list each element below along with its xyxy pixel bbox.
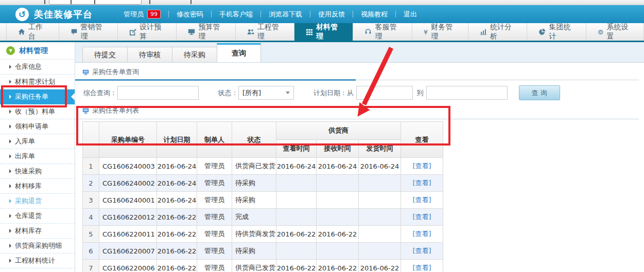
sidebar-item-warehouse-return[interactable]: 仓库退货: [0, 209, 75, 224]
search-button[interactable]: 查 询: [519, 85, 560, 100]
nav-item-finance[interactable]: ¥ 财务管理: [412, 23, 468, 41]
nav-item-label: 客服管理: [375, 23, 400, 41]
home-icon: [18, 28, 25, 35]
plan-date-to-input[interactable]: [426, 86, 508, 100]
cell-view-time: [276, 175, 317, 192]
triangle-icon: [9, 139, 11, 143]
row-number: 5: [83, 226, 99, 243]
tab-strip: 待提交 待审核 待采购 查询: [75, 42, 644, 63]
view-link[interactable]: [查看]: [412, 247, 431, 255]
users-icon: [247, 28, 254, 35]
nav-item-statistics[interactable]: 统计分析: [468, 23, 527, 41]
cell-plan-date: 2016-06-22: [157, 260, 197, 272]
view-link[interactable]: [查看]: [412, 162, 431, 170]
topbar-link-change-password[interactable]: 修改密码: [177, 10, 203, 19]
nav-item-group-stats[interactable]: 集团统计: [527, 23, 586, 41]
topbar-link-mobile-client[interactable]: 手机客户端: [219, 10, 253, 19]
row-number: 4: [83, 209, 99, 226]
table-row: 1 CG1606240003 2016-06-24 管理员 供货商已发货 201…: [83, 158, 443, 175]
cell-creator: 管理员: [197, 209, 232, 226]
plan-date-from-input[interactable]: [356, 86, 413, 100]
triangle-icon: [9, 95, 11, 99]
sidebar-item-material-stock[interactable]: 材料库存: [0, 224, 75, 239]
table-row: 3 CG1606240001 2016-06-24 管理员 待采购 [查看]: [83, 192, 443, 209]
grid-icon: [306, 28, 313, 35]
sidebar-header[interactable]: ▼ 材料管理: [0, 42, 75, 60]
sidebar-item-purchase-task[interactable]: 采购任务单: [0, 89, 75, 104]
view-link[interactable]: [查看]: [412, 213, 431, 221]
cell-ship-time: [359, 209, 401, 226]
row-number: 3: [83, 192, 99, 209]
cell-code: CG1606240003: [99, 158, 157, 175]
notification-badge[interactable]: 99: [147, 10, 161, 19]
sidebar-item-warehouse-info[interactable]: 仓库信息: [0, 60, 75, 75]
cell-receive-time: 2016-06-22: [317, 226, 359, 243]
query-form: 综合查询 : 状态 : [所有] 计划日期 : 从 到 查 询: [75, 81, 644, 105]
edit-icon: [129, 28, 136, 35]
view-link[interactable]: [查看]: [412, 230, 431, 238]
query-section-header: 采购任务单查询: [75, 63, 644, 79]
tab-pending-submit[interactable]: 待提交: [82, 47, 128, 62]
tab-pending-purchase[interactable]: 待采购: [172, 47, 217, 62]
col-header-creator: 制单人: [197, 122, 232, 158]
nav-item-marketing[interactable]: 营销管理: [59, 23, 118, 41]
view-link[interactable]: [查看]: [412, 196, 431, 204]
cell-status: 供货商已发货: [232, 260, 276, 272]
table-row: 4 CG1606220012 2016-06-22 管理员 完成 [查看]: [83, 209, 443, 226]
sidebar-item-label: 材料移库: [15, 182, 42, 191]
tab-pending-audit[interactable]: 待审核: [127, 47, 172, 62]
view-link[interactable]: [查看]: [412, 264, 431, 271]
nav-item-workbench[interactable]: 工作台: [6, 23, 59, 41]
sidebar-item-purchase-return[interactable]: 采购退货: [0, 194, 75, 209]
nav-item-design-budget[interactable]: 设计预算: [118, 23, 177, 41]
sidebar-item-project-material-stats[interactable]: 工程材料统计: [0, 253, 75, 268]
sidebar-item-material-move[interactable]: 材料移库: [0, 179, 75, 194]
topbar-link-browser-download[interactable]: 浏览器下载: [269, 10, 302, 19]
cell-plan-date: 2016-06-22: [157, 243, 197, 260]
barchart-icon: [480, 28, 487, 35]
nav-item-budget[interactable]: 预算管理: [177, 23, 235, 41]
cell-status: 待供货商发货: [232, 226, 276, 243]
combined-query-input[interactable]: [117, 86, 199, 100]
col-header-receive-time: 接收时间: [317, 140, 359, 158]
triangle-icon: [9, 80, 11, 84]
sidebar-item-label: 收（预）料单: [15, 107, 55, 116]
sidebar-item-material-demand-plan[interactable]: 材料需求计划: [0, 75, 75, 89]
cell-ship-time: 2016-06-22: [359, 260, 401, 272]
nav-item-customer-service[interactable]: 客服管理: [353, 23, 412, 41]
col-header-code: 采购单编号: [99, 122, 157, 158]
nav-item-engineering[interactable]: 工程管理: [236, 23, 294, 41]
chevron-down-icon: ▼: [6, 46, 15, 55]
table-row: 5 CG1606220011 2016-06-22 管理员 待供货商发货 201…: [83, 226, 443, 243]
nav-item-label: 统计分析: [490, 23, 515, 41]
status-select[interactable]: [所有]: [238, 86, 294, 100]
sidebar-item-inbound[interactable]: 入库单: [0, 134, 75, 149]
view-link[interactable]: [查看]: [412, 179, 431, 187]
cell-status: 供货商已发货: [232, 158, 276, 175]
cell-code: CG1606220011: [99, 226, 157, 243]
monitor-icon: [82, 69, 89, 76]
topbar-link-logout[interactable]: 退出: [404, 10, 417, 19]
separator: [353, 11, 353, 17]
topbar-link-feedback[interactable]: 使用反馈: [318, 10, 345, 19]
sidebar-item-supplier-purchase-detail[interactable]: 供货商采购明细: [0, 239, 75, 253]
separator: [395, 11, 396, 17]
sidebar-item-material-request[interactable]: 领料申请单: [0, 119, 75, 134]
cell-creator: 管理员: [197, 260, 232, 272]
sidebar-item-label: 工程材料统计: [15, 256, 55, 265]
col-header-supplier-group: 供货商: [276, 122, 401, 140]
tab-query[interactable]: 查询: [217, 43, 261, 62]
list-section-header: 采购任务单列表: [75, 105, 644, 118]
sidebar-item-quick-purchase[interactable]: 快速采购: [0, 164, 75, 179]
topbar-menu: 管理员 99 修改密码 手机客户端 浏览器下载 使用反馈 视频教程 退出: [124, 10, 417, 19]
col-header-rownum: [83, 122, 99, 158]
sidebar-item-receive-note[interactable]: 收（预）料单: [0, 104, 75, 119]
cell-code: CG1606220007: [99, 243, 157, 260]
sidebar-item-outbound[interactable]: 出库单: [0, 149, 75, 164]
topbar-link-video-tutorial[interactable]: 视频教程: [361, 10, 388, 19]
nav-item-materials[interactable]: 材料管理: [294, 23, 353, 41]
separator: [211, 11, 212, 17]
nav-item-system-settings[interactable]: ⚙ 系统设置: [586, 23, 644, 41]
cell-code: CG1606240001: [99, 192, 157, 209]
table-row: 7 CG1606220006 2016-06-22 管理员 供货商已发货 201…: [83, 260, 443, 272]
